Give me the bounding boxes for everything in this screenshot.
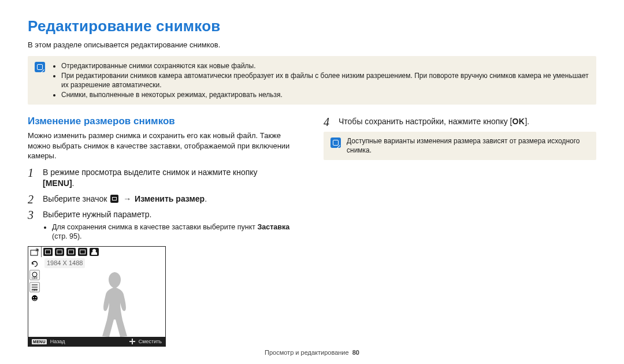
page-subtitle: В этом разделе описывается редактировани… [28, 40, 596, 50]
device-top-rail [41, 247, 165, 258]
menu-chip: MENU [32, 339, 47, 344]
step-3-text: Выберите нужный параметр. [43, 210, 151, 219]
dpad-icon [129, 339, 135, 344]
steps-list: В режиме просмотра выделите снимок и наж… [28, 167, 300, 242]
section-heading: Изменение размеров снимков [28, 115, 300, 128]
ok-close: ]. [525, 117, 529, 126]
device-preview: OFF OFF 1984 X 1488 [28, 246, 166, 347]
step-3: Выберите нужный параметр. Для сохранения… [28, 209, 300, 242]
steps-list-right: Чтобы сохранить настройки, нажмите кнопк… [324, 116, 596, 127]
resize-option-icon-2 [66, 248, 76, 256]
adjust-off-icon: OFF [29, 282, 40, 292]
page-footer: Просмотр и редактирование 80 [0, 348, 624, 357]
back-label: Назад [50, 338, 65, 345]
note-icon [330, 138, 341, 148]
step-3-sub-prefix: Для сохранения снимка в качестве заставк… [52, 223, 257, 231]
step-2: Выберите значок → Изменить размер. [28, 194, 300, 205]
step-3-sub: Для сохранения снимка в качестве заставк… [52, 222, 300, 242]
rotate-tool-icon [30, 259, 39, 268]
section-intro: Можно изменить размер снимка и сохранить… [28, 131, 300, 161]
info-bullet: При редактировании снимков камера автома… [61, 71, 589, 90]
step-4-prefix: Чтобы сохранить настройки, нажмите кнопк… [339, 117, 510, 126]
footer-section: Просмотр и редактирование [265, 349, 349, 356]
device-canvas: 1984 X 1488 [41, 257, 165, 337]
resize-action-label: Изменить размер [135, 194, 205, 203]
right-info-box: Доступные варианты изменения размера зав… [324, 132, 596, 159]
step-4: Чтобы сохранить настройки, нажмите кнопк… [324, 116, 596, 127]
edit-mode-icon [110, 195, 118, 203]
resize-option-icon-3 [78, 248, 87, 256]
dimension-label: 1984 X 1488 [44, 258, 85, 268]
resize-option-icon-1 [55, 248, 64, 256]
page-title: Редактирование снимков [28, 16, 596, 36]
footer-page-number: 80 [352, 349, 359, 356]
note-icon [35, 62, 45, 72]
person-silhouette-icon [94, 268, 134, 337]
menu-button-label: [MENU] [43, 179, 72, 188]
left-column: Изменение размеров снимков Можно изменит… [28, 113, 300, 347]
top-info-box: Отредактированные снимки сохраняются как… [28, 56, 596, 105]
face-tool-icon [30, 294, 39, 303]
info-bullet: Снимки, выполненные в некоторых режимах,… [61, 90, 589, 99]
top-info-list: Отредактированные снимки сохраняются как… [51, 61, 589, 101]
right-column: Чтобы сохранить настройки, нажмите кнопк… [324, 113, 596, 347]
wallpaper-label: Заставка [257, 223, 289, 231]
resize-mode-icon [43, 248, 53, 256]
svg-point-5 [33, 297, 34, 298]
right-info-text: Доступные варианты изменения размера зав… [347, 136, 589, 155]
svg-point-6 [35, 297, 36, 298]
effect-off-icon: OFF [29, 270, 40, 280]
step-1-text: В режиме просмотра выделите снимок и наж… [43, 168, 258, 177]
ok-button-label: OK [512, 117, 525, 126]
info-bullet: Отредактированные снимки сохраняются как… [61, 61, 589, 70]
arrow-icon: → [122, 194, 132, 205]
move-label: Сместить [139, 338, 162, 345]
step-2-prefix: Выберите значок [43, 194, 109, 203]
device-left-rail: OFF OFF [28, 247, 42, 337]
resize-tool-icon [30, 248, 39, 257]
startimage-option-icon [90, 248, 99, 256]
device-bottom-bar: MENU Назад Сместить [28, 337, 165, 346]
step-1: В режиме просмотра выделите снимок и наж… [28, 167, 300, 189]
svg-text:OFF: OFF [32, 276, 38, 280]
svg-text:OFF: OFF [32, 288, 38, 292]
step-3-sub-suffix: (стр. 95). [52, 232, 82, 240]
